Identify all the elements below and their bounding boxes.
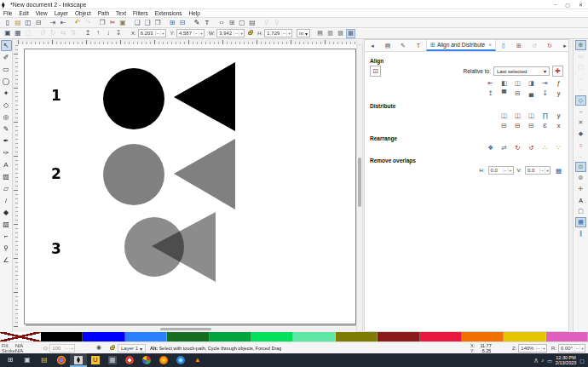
tab-align-and-distribute[interactable]: ⊞ Align and Distribute × (426, 40, 496, 51)
layers-dialog-tab[interactable]: ▤ (380, 40, 395, 51)
swatch-magenta[interactable] (546, 332, 588, 341)
file-explorer-icon[interactable]: ▤ (36, 353, 53, 367)
bucket-tool[interactable]: ◆ (1, 207, 12, 218)
transform-dialog-tab[interactable]: ⊞ (511, 40, 527, 51)
import-icon[interactable]: ⇥ (48, 18, 58, 27)
bezier-tool[interactable]: ✒ (1, 135, 12, 146)
align-right-to-anchor-left-icon[interactable]: ⇤ (486, 78, 495, 87)
snap-grid-icon[interactable]: ▦ (575, 217, 586, 227)
menu-filters[interactable]: Filters (130, 10, 152, 16)
hidden-icons-chevron[interactable]: ᐱ (534, 358, 538, 364)
exchange-positions-icon[interactable]: ⇄ (499, 143, 509, 152)
unit-dropdown[interactable]: in ▾ (297, 29, 310, 37)
document-properties-icon[interactable]: ▢ (237, 18, 247, 27)
layer-visibility-eye-icon[interactable]: ◉ (96, 344, 101, 351)
gradient-tool[interactable]: ▧ (1, 219, 12, 230)
w-field[interactable]: 3.942 − + (216, 29, 245, 37)
swatch-red[interactable] (420, 332, 462, 341)
rotate-cw-icon[interactable]: ↻ (48, 29, 58, 38)
distribute-bottom-edges-icon[interactable]: ⊟ (527, 121, 536, 129)
selector-tool[interactable]: ↖ (1, 40, 12, 51)
anchor-toggle-button[interactable]: ✚ (552, 66, 563, 77)
page[interactable]: 1 2 3 (24, 49, 356, 324)
connector-tool[interactable]: ⌐ (1, 231, 12, 242)
snap-nodes-icon[interactable]: ◇ (575, 95, 586, 106)
red-app-icon[interactable] (121, 353, 138, 367)
v-gap-field[interactable]: 0.0 − + (525, 166, 551, 175)
vertical-scrollbar[interactable] (356, 44, 363, 332)
rectangle-tool[interactable]: ▭ (1, 64, 12, 75)
align-left-to-anchor-right-icon[interactable]: ⇥ (540, 78, 550, 87)
document-properties-tab[interactable]: ▯ (496, 40, 511, 51)
swatch-dark-green[interactable] (167, 332, 209, 341)
snap-bbox-corners-icon[interactable]: ▫ (575, 73, 586, 83)
calligraphy-tool[interactable]: ✑ (1, 147, 12, 158)
align-bottom-edges-icon[interactable]: ▄ (527, 89, 536, 97)
create-clone-icon[interactable]: ❑ (142, 18, 153, 27)
unclump-icon[interactable]: ∴ (540, 143, 550, 152)
flip-vertical-icon[interactable]: ⇅ (68, 29, 78, 38)
menu-edit[interactable]: Edit (15, 10, 32, 16)
horizontal-scrollbar-thumb[interactable] (160, 328, 211, 330)
undo-icon[interactable]: ↶ (72, 18, 83, 27)
calculator-icon[interactable]: ▦ (104, 353, 121, 367)
pie-app-icon[interactable] (138, 353, 155, 367)
network-icon[interactable]: ▭ (547, 358, 552, 364)
vertical-scrollbar-thumb[interactable] (358, 158, 361, 207)
align-left-edges-icon[interactable]: ◧ (499, 78, 509, 87)
snap-rotation-centers-icon[interactable]: ✛ (575, 184, 586, 194)
text-distribute-h-icon[interactable]: y (554, 111, 563, 119)
x-plus-button[interactable]: + (160, 31, 165, 36)
x-field[interactable]: 6.203 − + (138, 29, 166, 37)
layers-dialog-icon[interactable]: ▤ (247, 18, 257, 27)
cura-icon[interactable]: U (87, 353, 104, 367)
zoom-field[interactable]: 140% − + (518, 344, 546, 353)
distribute-centers-h-icon[interactable]: ◫ (513, 111, 522, 119)
duplicate-icon[interactable]: ❏ (132, 18, 142, 27)
text-align-vertical-icon[interactable]: y (554, 89, 563, 97)
center-vertical-axis-icon[interactable]: ◫ (513, 78, 522, 87)
remove-overlaps-button[interactable]: ▦ (554, 166, 563, 175)
align-right-edges-icon[interactable]: ◨ (527, 78, 536, 87)
h-field[interactable]: 1.729 − + (264, 29, 292, 37)
save-icon[interactable]: ◫ (23, 18, 33, 27)
ellipse-tool[interactable]: ◯ (1, 76, 12, 87)
node-tool[interactable]: ✐ (1, 52, 12, 63)
graph-layout-icon[interactable]: ❖ (486, 143, 495, 152)
menu-object[interactable]: Object (72, 10, 95, 16)
task-view-button[interactable]: ▣ (19, 353, 36, 367)
swatch-spring-green[interactable] (251, 332, 293, 341)
layer-dropdown[interactable]: Layer 1 ▾ (118, 344, 146, 353)
close-button[interactable]: ✕ (579, 2, 583, 8)
distribute-left-edges-icon[interactable]: ◫ (499, 111, 509, 119)
align-top-to-anchor-bottom-icon[interactable]: ↧ (540, 89, 550, 97)
lower-icon[interactable]: ↓ (103, 29, 113, 38)
spray-tool[interactable]: ▨ (1, 171, 12, 182)
row2-circle[interactable] (103, 144, 164, 205)
xml-editor-icon[interactable]: ‹› (216, 18, 227, 27)
clock[interactable]: 12:30 PM2/13/2023 (556, 355, 576, 365)
canvas[interactable]: 1 2 3 (18, 44, 356, 327)
swatch-gold[interactable] (504, 332, 545, 341)
text-align-horizontal-icon[interactable]: ƒ (554, 78, 563, 87)
transform-gradients-toggle[interactable]: ▨ (336, 29, 345, 38)
pencil-tool[interactable]: ✎ (1, 123, 12, 135)
maximize-button[interactable]: ▢ (565, 2, 570, 8)
vlc-icon[interactable]: ▲ (189, 353, 206, 367)
action-center-icon[interactable]: ▢ (579, 358, 585, 364)
undo-history-tab[interactable]: ↺ (527, 40, 542, 51)
swatch-blue[interactable] (83, 332, 124, 341)
close-tab-icon[interactable]: × (488, 42, 492, 48)
flip-horizontal-icon[interactable]: ⇆ (58, 29, 68, 38)
distribute-right-edges-icon[interactable]: ◫ (527, 111, 536, 119)
minimize-button[interactable]: – (554, 2, 556, 8)
dropper-tool[interactable]: / (1, 195, 12, 206)
fill-stroke-indicator[interactable]: Fill:N/A Stroke:N/A (2, 343, 23, 353)
relative-to-dropdown[interactable]: Last selected ▾ (493, 66, 550, 76)
menu-path[interactable]: Path (95, 10, 112, 16)
zoom-page-icon[interactable]: ⚲ (272, 18, 282, 27)
star-tool[interactable]: ✦ (1, 88, 12, 99)
swatch-light-blue[interactable] (125, 332, 167, 341)
start-button[interactable]: ⊞ (2, 353, 19, 367)
swatch-none[interactable] (0, 332, 41, 341)
